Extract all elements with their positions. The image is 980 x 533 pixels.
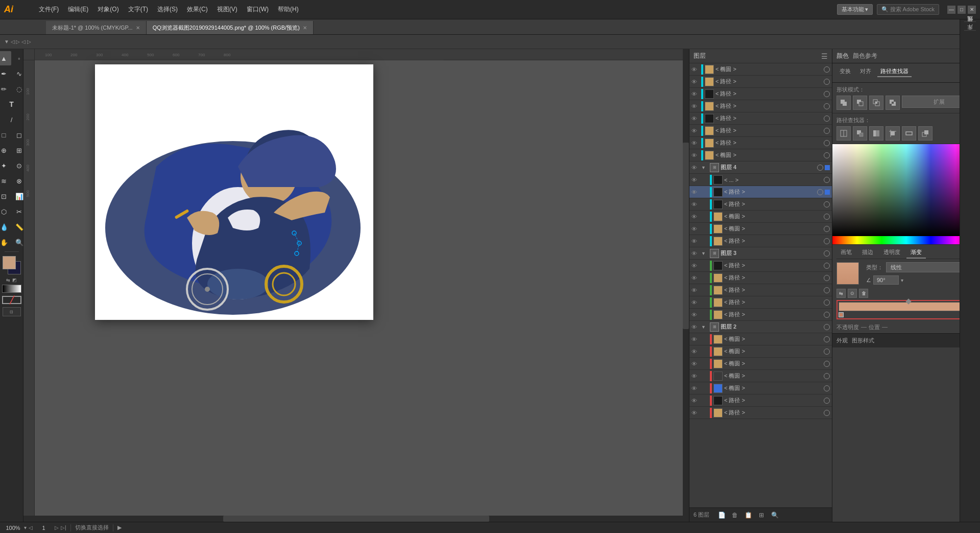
menu-help[interactable]: 帮助(H) bbox=[274, 3, 303, 16]
collect-into-layer-button[interactable]: ⊞ bbox=[756, 510, 767, 520]
layer-eye-icon[interactable]: 👁 bbox=[691, 79, 700, 85]
layer-eye-icon[interactable]: 👁 bbox=[691, 312, 700, 318]
layer-eye-icon[interactable]: 👁 bbox=[691, 373, 700, 379]
layer-circle[interactable] bbox=[824, 361, 830, 367]
brush-tab[interactable]: 画笔 bbox=[836, 247, 856, 259]
layer-item-g2-6[interactable]: 👁 < 路径 > bbox=[689, 395, 832, 407]
layer-item-sub6[interactable]: 👁 < 路径 > bbox=[689, 235, 832, 247]
hand-tool[interactable]: ✋ bbox=[0, 235, 11, 249]
layer-eye-icon[interactable]: 👁 bbox=[691, 128, 700, 134]
layer-item-path2[interactable]: 👁 < 路径 > bbox=[689, 88, 832, 100]
pf-trim-button[interactable] bbox=[853, 126, 867, 141]
layer-group-4[interactable]: 👁 ▼ ⊞ 图层 4 bbox=[689, 161, 832, 174]
layer-circle[interactable] bbox=[817, 189, 823, 195]
layer-item-g2-2[interactable]: 👁 < 椭圆 > bbox=[689, 345, 832, 358]
pen-tool[interactable]: ✒ bbox=[0, 66, 11, 81]
new-layer-button[interactable]: 📄 bbox=[716, 510, 727, 520]
layer-item-ellipse1[interactable]: 👁 < 椭圆 > bbox=[689, 63, 832, 76]
layer-eye-icon[interactable]: 👁 bbox=[691, 226, 700, 232]
layer-eye-icon[interactable]: 👁 bbox=[691, 385, 700, 391]
layer-circle[interactable] bbox=[824, 140, 830, 146]
layer-circle[interactable] bbox=[824, 385, 830, 391]
layer-eye-icon[interactable]: 👁 bbox=[691, 324, 700, 330]
layer-item-g2-7[interactable]: 👁 < 路径 > bbox=[689, 407, 832, 419]
pf-outline-button[interactable] bbox=[902, 126, 916, 141]
search-area[interactable]: 🔍 搜索 Adobe Stock bbox=[877, 4, 939, 15]
layer-eye-icon[interactable]: 👁 bbox=[691, 201, 700, 207]
maximize-button[interactable]: □ bbox=[958, 6, 966, 14]
layer-eye-icon[interactable]: 👁 bbox=[691, 287, 700, 293]
layer-item-sub2[interactable]: 👁 < 路径 > bbox=[689, 186, 832, 198]
width-tool[interactable]: ≋ bbox=[0, 174, 11, 188]
layer-item-ellipse2[interactable]: 👁 < 椭圆 > bbox=[689, 149, 832, 161]
color-tab[interactable]: 颜色 bbox=[836, 52, 849, 60]
delete-stop-button[interactable]: 🗑 bbox=[859, 289, 868, 298]
pf-merge-button[interactable] bbox=[869, 126, 883, 141]
layer-eye-icon[interactable]: 👁 bbox=[691, 103, 700, 109]
exclude-button[interactable] bbox=[886, 96, 900, 110]
appearance-tab[interactable]: 外观 bbox=[836, 337, 848, 344]
layer-circle[interactable] bbox=[824, 410, 830, 416]
layer-eye-icon[interactable]: 👁 bbox=[691, 66, 700, 73]
expand-arrow-icon[interactable]: ▼ bbox=[701, 251, 708, 256]
layer-item-g3-2[interactable]: 👁 < 路径 > bbox=[689, 272, 832, 284]
layer-item-g3-3[interactable]: 👁 < 路径 > bbox=[689, 284, 832, 296]
layer-circle[interactable] bbox=[824, 128, 830, 134]
perspective-grid[interactable]: ⬡ bbox=[0, 204, 11, 219]
layer-eye-icon[interactable]: 👁 bbox=[691, 250, 700, 257]
layer-item-g3-4[interactable]: 👁 < 路径 > bbox=[689, 296, 832, 309]
pf-divide-button[interactable] bbox=[836, 126, 851, 141]
layer-eye-icon[interactable]: 👁 bbox=[691, 410, 700, 416]
pathfinder-tab[interactable]: 路径查找器 bbox=[877, 66, 912, 77]
layer-item-sub4[interactable]: 👁 < 椭圆 > bbox=[689, 211, 832, 223]
layer-item-sub5[interactable]: 👁 < 椭圆 > bbox=[689, 223, 832, 235]
draw-mode[interactable]: ⊡ bbox=[3, 307, 21, 316]
layers-list[interactable]: 👁 < 椭圆 > 👁 < 路径 > 👁 bbox=[689, 63, 832, 507]
pf-crop-button[interactable] bbox=[886, 126, 900, 141]
stroke-tab[interactable]: 描边 bbox=[858, 247, 877, 259]
pf-minus-back-button[interactable] bbox=[918, 126, 933, 141]
canvas-wrapper[interactable] bbox=[95, 64, 373, 320]
close-button[interactable]: ✕ bbox=[968, 6, 976, 14]
menu-edit[interactable]: 编辑(E) bbox=[64, 3, 92, 16]
gradient-swatch[interactable] bbox=[2, 285, 21, 293]
reverse-gradient-button[interactable]: ⇆ bbox=[836, 289, 846, 298]
angle-dropdown-icon[interactable]: ▾ bbox=[901, 277, 903, 283]
swap-colors-icon[interactable]: ⇆ bbox=[6, 277, 10, 283]
prev-page-icon[interactable]: ◁ bbox=[29, 525, 33, 530]
layer-circle[interactable] bbox=[824, 79, 830, 85]
scroll-thumb-v[interactable] bbox=[683, 143, 689, 329]
layer-eye-icon[interactable]: 👁 bbox=[691, 152, 700, 158]
gradient-strip[interactable] bbox=[839, 302, 974, 311]
layer-item-g3-5[interactable]: 👁 < 路径 > bbox=[689, 309, 832, 321]
layer-eye-icon[interactable]: 👁 bbox=[691, 177, 700, 183]
layer-item-g2-4[interactable]: 👁 < 椭圆 > bbox=[689, 370, 832, 382]
layer-eye-icon[interactable]: 👁 bbox=[691, 336, 700, 342]
layer-group-2[interactable]: 👁 ▼ ⊞ 图层 2 bbox=[689, 321, 832, 333]
rotate-tool[interactable]: ✦ bbox=[0, 158, 11, 173]
layer-circle[interactable] bbox=[824, 312, 830, 318]
workspace-selector[interactable]: 基本功能 ▾ bbox=[837, 4, 873, 15]
layer-circle[interactable] bbox=[824, 336, 830, 342]
color-spectrum[interactable] bbox=[832, 144, 980, 236]
layer-item-sub1[interactable]: 👁 < ... > bbox=[689, 174, 832, 186]
tab-1-close[interactable]: ✕ bbox=[303, 25, 307, 31]
graphic-styles-tab[interactable]: 图形样式 bbox=[852, 337, 874, 344]
layer-item-g2-5[interactable]: 👁 < 椭圆 > bbox=[689, 382, 832, 395]
menu-object[interactable]: 对象(O) bbox=[93, 3, 123, 16]
layer-circle[interactable] bbox=[824, 324, 830, 330]
opacity-tab[interactable]: 透明度 bbox=[879, 247, 904, 259]
selection-tool[interactable]: ▲ bbox=[0, 51, 11, 65]
layer-eye-icon[interactable]: 👁 bbox=[691, 238, 700, 244]
paint-bucket[interactable]: ⊕ bbox=[0, 143, 11, 157]
layer-circle[interactable] bbox=[824, 250, 830, 257]
layer-item-path6[interactable]: 👁 < 路径 > bbox=[689, 137, 832, 149]
menu-window[interactable]: 窗口(W) bbox=[243, 3, 273, 16]
transform-tab[interactable]: 变换 bbox=[836, 66, 854, 77]
layer-item-path4[interactable]: 👁 < 路径 > bbox=[689, 112, 832, 125]
layer-eye-icon[interactable]: 👁 bbox=[691, 165, 700, 171]
foreground-color-swatch[interactable] bbox=[3, 256, 16, 269]
menu-effect[interactable]: 效果(C) bbox=[183, 3, 212, 16]
layer-item-path5[interactable]: 👁 < 路径 > bbox=[689, 125, 832, 137]
delete-layer-button[interactable]: 🗑 bbox=[730, 510, 740, 520]
